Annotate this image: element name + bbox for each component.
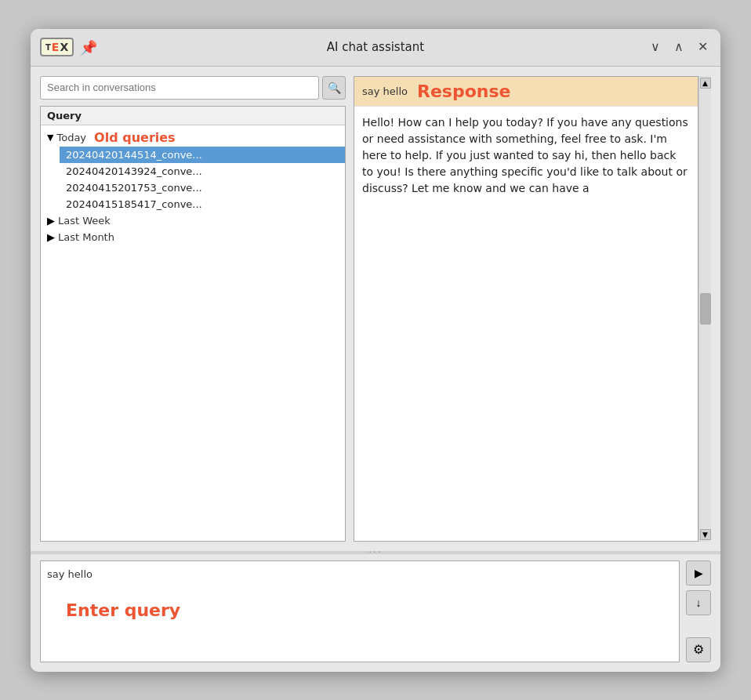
query-header: Query <box>41 107 345 125</box>
query-tree: ▼ Today Old queries 20240420144514_conve… <box>41 125 345 248</box>
response-panel: say hello Response Hello! How can I help… <box>354 76 698 542</box>
right-wrapper: say hello Response Hello! How can I help… <box>354 76 711 542</box>
down-button[interactable]: ↓ <box>686 590 711 615</box>
last-week-group[interactable]: ▶ Last Week <box>41 212 345 229</box>
titlebar: TEX 📌 AI chat assistant ∨ ∧ ✕ <box>31 29 720 67</box>
titlebar-left: TEX 📌 <box>40 38 97 56</box>
scroll-up-button[interactable]: ▲ <box>700 78 711 89</box>
search-row: 🔍 <box>40 76 346 100</box>
list-item[interactable]: 20240415201753_conve... <box>60 180 345 196</box>
close-button[interactable]: ✕ <box>695 39 711 55</box>
main-content: 🔍 Query ▼ Today Old queries 202404201445… <box>31 67 720 551</box>
response-label: Response <box>417 82 511 101</box>
response-header: say hello Response <box>354 77 698 107</box>
enter-query-label: Enter query <box>66 600 673 620</box>
old-queries-label: Old queries <box>94 130 176 145</box>
response-header-query: say hello <box>362 85 408 97</box>
search-button[interactable]: 🔍 <box>322 76 346 100</box>
search-input[interactable] <box>40 76 319 100</box>
list-item[interactable]: 20240420144514_conve... <box>60 147 345 163</box>
minimize-button[interactable]: ∨ <box>648 39 663 55</box>
search-icon: 🔍 <box>328 82 341 94</box>
response-body: Hello! How can I help you today? If you … <box>354 107 698 541</box>
today-group-label: Today <box>56 132 86 143</box>
scroll-thumb[interactable] <box>700 293 711 325</box>
query-input-text: say hello <box>47 568 673 582</box>
today-arrow-icon: ▼ <box>47 132 53 143</box>
scroll-down-button[interactable]: ▼ <box>700 529 711 540</box>
today-items: 20240420144514_conve... 20240420143924_c… <box>41 147 345 212</box>
action-buttons: ▶ ↓ <box>686 560 711 615</box>
last-month-group[interactable]: ▶ Last Month <box>41 229 345 245</box>
send-button[interactable]: ▶ <box>686 560 711 586</box>
tex-icon: TEX <box>40 38 74 56</box>
last-month-arrow-icon: ▶ <box>47 231 55 243</box>
list-item[interactable]: 20240420143924_conve... <box>60 163 345 180</box>
last-week-label: Last Week <box>58 215 111 227</box>
app-window: TEX 📌 AI chat assistant ∨ ∧ ✕ 🔍 Query <box>31 29 720 672</box>
left-panel: 🔍 Query ▼ Today Old queries 202404201445… <box>40 76 346 542</box>
settings-icon: ⚙ <box>693 642 704 657</box>
settings-button[interactable]: ⚙ <box>686 637 711 662</box>
today-group-header[interactable]: ▼ Today Old queries <box>41 129 345 147</box>
window-title: AI chat assistant <box>327 40 424 54</box>
query-panel: Query ▼ Today Old queries 20240420144514… <box>40 106 346 542</box>
scrollbar: ▲ ▼ <box>698 76 711 542</box>
bottom-section: say hello Enter query ▶ ↓ ⚙ <box>31 554 720 672</box>
titlebar-controls: ∨ ∧ ✕ <box>648 39 711 55</box>
query-input-area[interactable]: say hello Enter query <box>40 560 680 662</box>
pin-icon[interactable]: 📌 <box>80 39 97 56</box>
bottom-right: ▶ ↓ ⚙ <box>686 560 711 662</box>
last-week-arrow-icon: ▶ <box>47 215 55 227</box>
last-month-label: Last Month <box>58 231 114 243</box>
list-item[interactable]: 20240415185417_conve... <box>60 196 345 212</box>
maximize-button[interactable]: ∧ <box>671 39 687 55</box>
